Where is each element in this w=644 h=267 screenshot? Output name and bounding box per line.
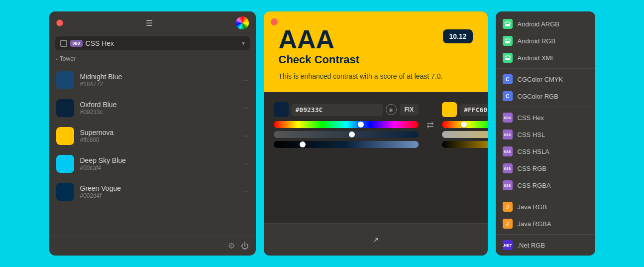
format-icon	[503, 36, 513, 46]
color-list-item[interactable]: Supernova #ffc600 ···	[49, 122, 256, 150]
format-menu-item[interactable]: J Java RGB	[496, 198, 595, 215]
picker-swatch-2	[442, 102, 457, 117]
format-item-label: Android RGB	[518, 37, 556, 45]
format-item-label: CSS RGBA	[518, 182, 551, 189]
power-icon[interactable]: ⏻	[241, 242, 249, 251]
color-name: Green Vogue	[80, 184, 236, 192]
score-badge: 10.12	[443, 29, 472, 43]
format-icon: 088	[503, 180, 513, 190]
format-item-label: Android ARGB	[518, 20, 560, 28]
chevron-down-icon: ▾	[242, 40, 245, 47]
color-picker-1: ◉ FIX	[274, 102, 419, 148]
hue-thumb-1	[358, 122, 364, 128]
settings-icon[interactable]: ⚙	[228, 241, 235, 251]
titlebar-left: ●	[56, 19, 63, 26]
fix-btn-1[interactable]: FIX	[400, 104, 419, 116]
contrast-description: This is enhanced contrast with a score o…	[279, 72, 473, 80]
format-badge: 088	[70, 40, 83, 47]
color-swatch	[56, 99, 74, 117]
format-menu-item[interactable]: J Java RGBA	[496, 215, 595, 232]
swap-icon[interactable]: ⇄	[427, 102, 434, 148]
color-name: Midnight Blue	[80, 73, 236, 81]
picker-circle-btn-1[interactable]: ◉	[386, 104, 397, 115]
format-menu-item[interactable]: Android ARGB	[496, 15, 595, 32]
format-checkbox	[60, 40, 67, 47]
hue-slider-1[interactable]	[274, 121, 419, 128]
svg-point-3	[509, 39, 510, 40]
format-selector-left: 088 CSS Hex	[60, 39, 242, 47]
lightness-slider-1[interactable]	[274, 141, 419, 148]
format-item-label: CGColor RGB	[518, 93, 558, 100]
color-info: Supernova #ffc600	[80, 129, 236, 143]
separator	[496, 68, 595, 69]
color-more-icon[interactable]: ···	[242, 104, 248, 113]
color-list: Midnight Blue #184772 ··· Oxford Blue #0…	[49, 66, 256, 236]
format-selector[interactable]: 088 CSS Hex ▾	[55, 36, 250, 50]
format-menu-item[interactable]: C CGColor CMYK	[496, 71, 595, 88]
color-list-item[interactable]: Midnight Blue #184772 ···	[49, 66, 256, 94]
picker-swatch-1	[274, 102, 289, 117]
format-icon: 088	[503, 130, 513, 139]
format-menu-item[interactable]: 088 CSS RGB	[496, 160, 595, 177]
lightness-slider-2[interactable]	[442, 141, 487, 148]
format-icon: .NET	[503, 240, 513, 250]
hue-slider-2[interactable]	[442, 121, 487, 128]
contrast-header: AAA 10.12 Check Contrast This is enhance…	[264, 11, 488, 92]
color-list-item[interactable]: Oxford Blue #09233c ···	[49, 94, 256, 122]
color-hex: #184772	[80, 81, 236, 88]
color-hex: #09233c	[80, 109, 236, 116]
format-item-label: .Net RGB	[518, 242, 545, 249]
left-panel: ● ☰ 088 CSS Hex ▾ ‹ Tower Midnight Blue …	[49, 11, 256, 256]
format-menu-item[interactable]: 088 CSS RGBA	[496, 177, 595, 194]
format-menu-item[interactable]: .NET .Net ARGB	[496, 254, 595, 256]
color-hex: #ffc600	[80, 136, 236, 143]
format-menu-item[interactable]: C CGColor RGB	[496, 88, 595, 105]
format-menu-item[interactable]: Android RGB	[496, 32, 595, 49]
format-icon: 088	[503, 146, 513, 156]
format-icon: C	[503, 74, 513, 84]
color-name: Oxford Blue	[80, 101, 236, 109]
aaa-grade: AAA	[279, 26, 335, 52]
format-menu-item[interactable]: 088 CSS HSLA	[496, 143, 595, 160]
color-more-icon[interactable]: ···	[242, 132, 248, 140]
color-more-icon[interactable]: ···	[242, 76, 248, 85]
window-close-button[interactable]: ●	[56, 19, 63, 26]
color-more-icon[interactable]: ···	[242, 187, 248, 196]
color-list-item[interactable]: Deep Sky Blue #00caf4 ···	[49, 150, 256, 178]
aaa-badge-row: AAA 10.12	[279, 26, 473, 52]
left-panel-footer: ⚙ ⏻	[49, 236, 256, 256]
hex-input-1[interactable]	[292, 104, 383, 116]
color-picker-input-row-2: ◉ FIX	[442, 102, 487, 117]
center-panel: AAA 10.12 Check Contrast This is enhance…	[264, 11, 488, 256]
format-menu-item[interactable]: 088 CSS HSL	[496, 126, 595, 143]
separator	[496, 234, 595, 235]
format-icon	[503, 53, 513, 63]
svg-point-5	[509, 56, 510, 57]
format-menu-item[interactable]: 088 CSS Hex	[496, 109, 595, 126]
hamburger-icon[interactable]: ☰	[146, 18, 153, 28]
color-pickers-row: ◉ FIX ⇄	[274, 102, 478, 148]
format-menu-item[interactable]: Android XML	[496, 49, 595, 66]
color-list-item[interactable]: Green Vogue #002d4f ···	[49, 178, 256, 206]
close-button[interactable]	[271, 18, 278, 25]
format-menu-item[interactable]: .NET .Net RGB	[496, 237, 595, 254]
format-icon: J	[503, 202, 513, 212]
share-button[interactable]: ↗	[367, 231, 385, 249]
format-item-label: CSS Hex	[518, 114, 544, 122]
saturation-slider-1[interactable]	[274, 131, 419, 138]
color-more-icon[interactable]: ···	[242, 159, 248, 168]
svg-point-2	[506, 39, 507, 40]
titlebar: ● ☰	[49, 11, 256, 34]
color-sliders-2	[442, 121, 487, 148]
contrast-footer: ↗	[264, 223, 488, 256]
right-panel: Android ARGB Android RGB Android XML C C…	[496, 11, 595, 256]
format-item-label: CSS HSLA	[518, 148, 549, 155]
breadcrumb: ‹ Tower	[49, 54, 256, 66]
saturation-slider-2[interactable]	[442, 131, 487, 138]
format-item-label: CGColor CMYK	[518, 76, 563, 83]
hex-input-2[interactable]	[460, 104, 487, 116]
format-icon	[503, 19, 513, 29]
color-swatch	[56, 155, 74, 173]
format-item-label: Java RGBA	[518, 220, 551, 228]
svg-point-0	[506, 22, 507, 23]
